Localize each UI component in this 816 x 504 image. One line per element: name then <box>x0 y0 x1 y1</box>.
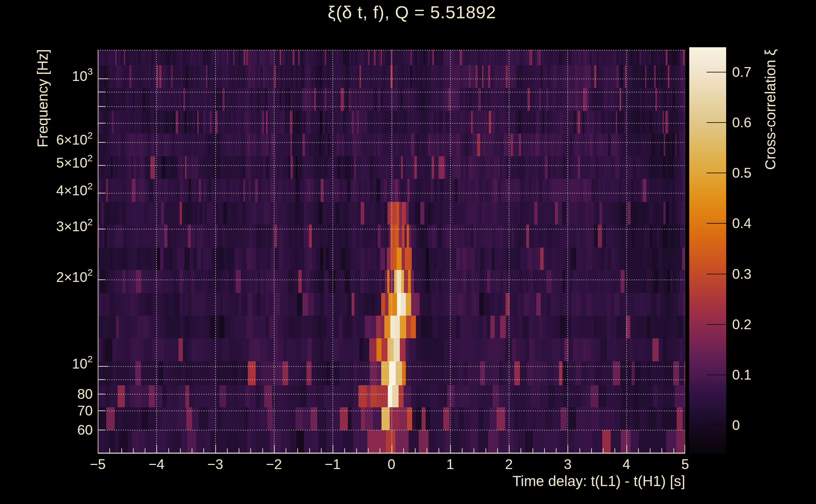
y-tick-label: 6×102 <box>0 133 93 147</box>
colorbar-canvas <box>689 47 726 454</box>
heatmap-canvas <box>98 50 685 454</box>
y-axis-title: Frequency [Hz] <box>35 49 50 147</box>
y-tick-label: 3×102 <box>0 220 93 233</box>
y-tick-label: 103 <box>0 69 93 83</box>
x-tick-label: 4 <box>601 457 652 471</box>
x-tick-label: −1 <box>308 457 358 471</box>
y-tick-label: 102 <box>0 357 93 371</box>
y-tick-label: 70 <box>0 404 93 418</box>
x-tick-label: 2 <box>484 457 534 471</box>
y-tick-label: 5×102 <box>0 156 93 170</box>
y-tick-label: 4×102 <box>0 184 93 198</box>
y-tick-label: 80 <box>0 387 93 401</box>
colorbar-tick-label: 0.3 <box>732 267 795 281</box>
x-tick-label: 0 <box>366 457 417 471</box>
y-tick-label: 2×102 <box>0 270 93 284</box>
colorbar-title: Cross-correlation ξ <box>763 49 778 170</box>
x-tick-label: 5 <box>660 457 710 471</box>
x-tick-label: −3 <box>190 457 241 471</box>
colorbar-tick-label: 0.4 <box>732 216 795 230</box>
x-axis-title: Time delay: t(L1) - t(H1) [s] <box>378 473 685 490</box>
colorbar-tick-label: 0.1 <box>732 368 795 382</box>
x-tick-label: −2 <box>249 457 299 471</box>
chart-title: ξ(δ t, f), Q = 5.51892 <box>98 2 726 22</box>
colorbar-tick-label: 0 <box>732 418 795 432</box>
figure: ξ(δ t, f), Q = 5.51892 Frequency [Hz] 10… <box>0 0 816 504</box>
x-tick-label: 1 <box>425 457 475 471</box>
x-tick-label: −4 <box>131 457 181 471</box>
x-tick-label: −5 <box>72 457 123 471</box>
colorbar-tick-label: 0.2 <box>732 318 795 331</box>
x-tick-label: 3 <box>542 457 593 471</box>
y-tick-label: 60 <box>0 423 93 437</box>
